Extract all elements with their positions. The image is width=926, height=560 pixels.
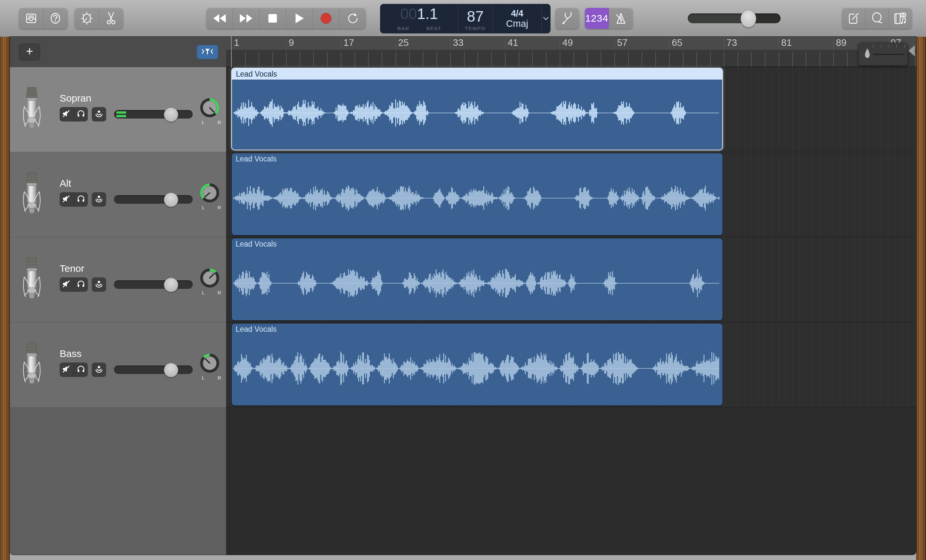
pan-knob[interactable] (199, 267, 220, 288)
rewind-button[interactable] (206, 8, 233, 29)
ruler-bar-numbers[interactable]: 191725334149576573818997 (226, 37, 916, 50)
microphone-icon (22, 342, 41, 392)
volume-thumb[interactable] (164, 363, 178, 377)
notepad-icon (848, 12, 859, 24)
editors-button[interactable] (99, 8, 124, 29)
library-button[interactable] (19, 8, 43, 29)
smart-controls-button[interactable] (75, 8, 99, 29)
quick-help-button[interactable] (43, 8, 68, 29)
lcd-position-value: 1.1 (417, 6, 438, 22)
track-header-tenor[interactable]: Tenor L R (10, 237, 226, 323)
track-auto-fit-button[interactable] (197, 45, 218, 59)
pan-knob[interactable] (199, 183, 220, 203)
record-button[interactable] (313, 8, 339, 29)
lcd-display-menu-button[interactable] (541, 4, 550, 33)
cycle-button[interactable] (339, 8, 366, 29)
solo-button[interactable] (74, 362, 88, 377)
pan-left-label: L (202, 119, 204, 125)
stop-icon (268, 14, 277, 23)
scroll-left-arrow[interactable] (908, 45, 915, 56)
empty-timeline-area (226, 408, 916, 555)
scissors-icon (105, 12, 117, 25)
pan-right-label: R (218, 290, 221, 295)
funnel-icon (200, 47, 215, 57)
track-volume-slider[interactable] (114, 280, 193, 289)
bar-number-label: 49 (562, 37, 573, 48)
audio-region-alt[interactable]: Lead Vocals (232, 153, 723, 235)
volume-thumb[interactable] (164, 107, 178, 122)
level-meter (117, 111, 126, 117)
zoom-slider-track (873, 54, 904, 55)
add-track-button[interactable]: + (19, 44, 40, 60)
input-monitoring-button[interactable] (92, 107, 106, 121)
audio-region-bass[interactable]: Lead Vocals (232, 323, 723, 406)
volume-thumb[interactable] (164, 278, 178, 292)
loop-browser-button[interactable] (865, 8, 888, 29)
lcd-beat-label: BEAT (426, 26, 441, 31)
mute-button[interactable] (60, 192, 74, 207)
mute-button[interactable] (60, 278, 74, 292)
bar-number-label: 33 (453, 37, 463, 48)
lcd-position-section: 00 1.1 BAR BEAT (380, 4, 458, 33)
tuner-button[interactable] (555, 8, 579, 29)
metronome-button[interactable] (609, 8, 633, 29)
zoom-slider-handle[interactable] (862, 48, 872, 61)
bar-gridline (286, 38, 286, 50)
play-button[interactable] (286, 8, 313, 29)
pan-left-label: L (202, 375, 204, 380)
input-monitoring-button[interactable] (92, 192, 106, 207)
track-volume-slider[interactable] (114, 195, 193, 204)
solo-button[interactable] (74, 192, 88, 207)
browser-button-group (842, 8, 912, 29)
track-name[interactable]: Bass (60, 348, 82, 359)
chevron-down-icon (543, 16, 549, 22)
input-monitoring-button[interactable] (92, 278, 106, 292)
mute-button[interactable] (60, 362, 74, 377)
fast-forward-icon (239, 14, 253, 23)
note-pad-button[interactable] (842, 8, 865, 29)
headphones-icon (77, 195, 85, 204)
lcd-key-section[interactable]: 4/4 Cmaj (492, 4, 541, 33)
bar-gridline (560, 38, 560, 50)
solo-button[interactable] (74, 278, 88, 292)
lcd-tempo-label: TEMPO (465, 26, 486, 31)
master-volume-slider[interactable] (688, 14, 781, 23)
headphones-icon (77, 110, 85, 119)
track-name[interactable]: Alt (60, 178, 71, 189)
lcd-tempo-section[interactable]: 87 TEMPO (458, 4, 493, 33)
forward-button[interactable] (233, 8, 259, 29)
master-volume-thumb[interactable] (741, 10, 756, 27)
track-header-sopran[interactable]: Sopran L R (10, 67, 226, 152)
monitoring-icon (95, 365, 103, 374)
count-in-button[interactable]: 1234 (585, 8, 609, 29)
pan-knob[interactable] (199, 97, 220, 118)
microphone-icon (22, 257, 41, 308)
lcd-display[interactable]: 00 1.1 BAR BEAT 87 TEMPO 4/4 Cmaj (380, 4, 551, 33)
track-name[interactable]: Tenor (60, 263, 84, 274)
track-volume-slider[interactable] (114, 110, 193, 119)
microphone-icon (22, 87, 41, 137)
track-panel-empty-area (10, 408, 226, 555)
horizontal-zoom-slider[interactable] (858, 42, 908, 65)
solo-button[interactable] (74, 107, 88, 121)
monitoring-icon (95, 280, 103, 289)
track-header-bass[interactable]: Bass L R (10, 323, 226, 408)
ruler-tick-row[interactable] (226, 50, 916, 67)
arrange-window: + Sopran (10, 37, 916, 555)
mute-button[interactable] (60, 107, 74, 121)
bar-gridline (395, 38, 396, 50)
volume-thumb[interactable] (164, 193, 178, 207)
track-header-panel: + Sopran (10, 37, 227, 555)
stop-button[interactable] (259, 8, 286, 29)
pan-knob[interactable] (199, 353, 220, 374)
input-monitoring-button[interactable] (92, 362, 106, 377)
audio-region-sopran[interactable]: Lead Vocals (232, 68, 723, 150)
bar-number-label: 81 (781, 37, 792, 48)
track-name[interactable]: Sopran (60, 93, 91, 104)
play-icon (295, 13, 304, 24)
playhead[interactable] (231, 37, 232, 67)
track-header-alt[interactable]: Alt L R (10, 152, 226, 237)
audio-region-tenor[interactable]: Lead Vocals (232, 238, 723, 321)
track-volume-slider[interactable] (114, 365, 193, 374)
media-browser-button[interactable] (889, 8, 912, 29)
